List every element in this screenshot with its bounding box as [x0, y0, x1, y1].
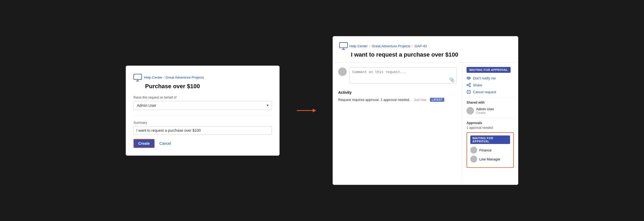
cancel-icon	[467, 90, 471, 94]
shared-user-avatar	[467, 107, 474, 114]
latest-badge: LATEST	[430, 98, 444, 102]
right-body: 📎 Activity Request requires approval. 1 …	[333, 63, 518, 185]
project-link[interactable]: Great Adventure Projects	[166, 75, 204, 79]
activity-text: Request requires approval. 1 approval ne…	[338, 98, 410, 102]
right-sep2: /	[412, 44, 413, 48]
svg-line-14	[468, 85, 469, 86]
share-icon	[467, 83, 471, 87]
approvals-box: WAITING FOR APPROVAL Finance Line Manage…	[467, 132, 514, 168]
share-label: Share	[473, 83, 482, 87]
svg-point-8	[468, 77, 469, 79]
sidebar-divider-1	[467, 97, 514, 97]
breadcrumb-sep1: /	[163, 75, 164, 79]
dont-notify-label: Don't notify me	[473, 76, 496, 80]
right-sep1: /	[369, 44, 370, 48]
eye-icon	[467, 76, 471, 80]
arrow-container	[295, 105, 317, 116]
approver-row-finance: Finance	[470, 147, 510, 154]
approvals-title: Approvals	[467, 121, 514, 125]
summary-label: Summary	[133, 121, 272, 125]
svg-rect-0	[134, 74, 142, 79]
attach-icon[interactable]: 📎	[449, 77, 455, 82]
dont-notify-action[interactable]: Don't notify me	[467, 76, 514, 80]
left-panel: Help Center / Great Adventure Projects P…	[126, 66, 280, 156]
shared-with-title: Shared with	[467, 101, 514, 104]
cancel-request-label: Cancel request	[473, 90, 496, 94]
create-button[interactable]: Create	[133, 139, 155, 148]
shared-user-role: Creator	[476, 111, 494, 114]
left-panel-title: Purchase over $100	[145, 83, 272, 90]
form-actions: Create Cancel	[133, 139, 272, 148]
shared-user-name: Admin User	[476, 107, 494, 111]
shared-user: Admin User Creator	[467, 107, 514, 114]
right-panel-title: I want to request a purchase over $100	[351, 51, 512, 58]
svg-marker-4	[313, 109, 316, 112]
form-divider	[133, 115, 272, 116]
comment-row: 📎	[338, 67, 457, 84]
help-center-link[interactable]: Help Center	[144, 75, 162, 79]
user-select[interactable]: Admin User Other User	[133, 101, 272, 110]
flow-arrow-icon	[295, 105, 317, 116]
approver-avatar-finance	[470, 147, 477, 154]
main-content: 📎 Activity Request requires approval. 1 …	[333, 63, 462, 185]
share-action[interactable]: Share	[467, 83, 514, 87]
right-project-link[interactable]: Great Adventure Projects	[372, 44, 410, 48]
right-breadcrumb: Help Center / Great Adventure Projects /…	[339, 42, 512, 50]
right-sidebar: WAITING FOR APPROVAL Don't notify me Sha…	[462, 63, 518, 185]
svg-rect-5	[340, 42, 347, 48]
approvals-box-badge: WAITING FOR APPROVAL	[470, 135, 510, 144]
svg-point-11	[467, 84, 468, 86]
comment-textarea[interactable]	[349, 67, 457, 83]
shared-user-info: Admin User Creator	[476, 107, 494, 114]
svg-line-13	[468, 84, 469, 85]
right-help-center-link[interactable]: Help Center	[349, 44, 368, 48]
approvals-needed: 1 approval needed	[467, 126, 514, 130]
right-panel: Help Center / Great Adventure Projects /…	[333, 36, 518, 185]
user-select-wrapper: Admin User Other User ▼	[133, 101, 272, 110]
monitor-icon-right	[339, 42, 348, 50]
svg-point-10	[469, 83, 471, 84]
breadcrumb-text: Help Center / Great Adventure Projects	[144, 75, 204, 79]
approver-name-finance: Finance	[479, 148, 491, 152]
summary-input[interactable]	[133, 126, 272, 135]
right-ticket-link[interactable]: GAP-43	[415, 44, 427, 48]
waiting-badge-top: WAITING FOR APPROVAL	[467, 67, 511, 73]
svg-point-12	[469, 86, 471, 87]
approver-name-linemanager: Line Manager	[479, 157, 501, 161]
activity-time: Just now	[414, 98, 426, 102]
cancel-button[interactable]: Cancel	[158, 139, 172, 147]
comment-avatar	[338, 67, 347, 76]
right-header: Help Center / Great Adventure Projects /…	[333, 36, 518, 63]
activity-section: Activity Request requires approval. 1 ap…	[338, 90, 457, 102]
left-breadcrumb: Help Center / Great Adventure Projects	[133, 74, 272, 81]
activity-title: Activity	[338, 90, 457, 95]
approver-avatar-linemanager	[470, 156, 477, 163]
activity-item: Request requires approval. 1 approval ne…	[338, 98, 457, 102]
comment-input-wrapper: 📎	[349, 67, 457, 84]
raise-label: Raise this request on behalf of	[133, 96, 272, 99]
approver-row-linemanager: Line Manager	[470, 156, 510, 163]
sidebar-divider-2	[467, 118, 514, 118]
monitor-icon	[133, 74, 142, 81]
cancel-request-action[interactable]: Cancel request	[467, 90, 514, 94]
approvals-section: Approvals 1 approval needed WAITING FOR …	[467, 121, 514, 168]
